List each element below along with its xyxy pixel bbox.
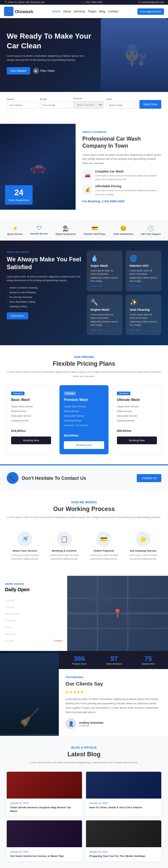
interiors-link[interactable]: Read More <box>130 285 157 287</box>
date-label: Date <box>106 98 137 101</box>
blog-grid: January 15, 2024 Clean Streak Ventures A… <box>7 772 161 862</box>
service-label: Service <box>73 97 104 100</box>
engine-link[interactable]: Read More <box>91 329 118 331</box>
support-icon: 🕐 <box>141 225 161 231</box>
blog-body-1: January 15, 2024 Clean Streak Ventures A… <box>7 799 82 816</box>
blog-img-2 <box>86 772 161 799</box>
hero-desc: Lorem ipsum sit amet consectetur adipisc… <box>7 54 92 62</box>
basic-badge: Standard <box>11 392 25 395</box>
stat-projects-label: Projects Done <box>72 663 87 665</box>
nav-about[interactable]: About <box>63 10 71 13</box>
name-input[interactable] <box>7 102 37 109</box>
hours-monday: Monday 08:00 - 20:00 <box>5 597 62 604</box>
basic-booking-button[interactable]: Booking Now <box>11 436 51 444</box>
interiors-title: Interiors VAC <box>130 264 157 268</box>
testimonial-right: 386 Projects Done 97 Team Members 75 Awa… <box>59 651 168 736</box>
map-visual: 📍 <box>67 576 168 651</box>
contact-phone-icon: 📞 <box>7 472 19 484</box>
ultimate-services: Carpet Short Service Wheel Service Extra… <box>117 404 157 423</box>
ultimate-name: Ultimate Wash <box>117 398 157 402</box>
blog-post-1[interactable]: January 15, 2024 Clean Streak Ventures A… <box>7 772 82 816</box>
expert-icon: 👨‍🔧 <box>55 225 76 231</box>
offer-services: 💧 Super Wash Lorem ipsum dolor sit amet … <box>87 251 162 335</box>
step-amazing-desc: Lorem ipsum dolor sit amet consectetur a… <box>128 554 159 561</box>
premium-booking-button[interactable]: Booking Now <box>64 441 104 449</box>
years-badge: 24 Years Experience <box>5 185 33 205</box>
author-avatar: 👤 <box>65 718 76 729</box>
blog-img-1 <box>7 772 82 799</box>
hero-buttons: Get Started ▶ Play Video <box>7 67 92 74</box>
date-input[interactable] <box>106 102 137 109</box>
about-image: 🚗 24 Years Experience <box>0 124 76 210</box>
feature-support: 🕐 24/7 Fast Support <box>141 225 161 235</box>
feature-quick-label: Quick Service <box>7 233 23 235</box>
premium-svc-5: Insurance / CC Service <box>64 423 104 428</box>
nav-blog[interactable]: Blog <box>99 10 105 13</box>
booking-icon: 📋 <box>57 531 72 547</box>
service-field: Service Select Service <box>73 97 104 109</box>
hero-content: We Ready To Make Your Car Clean Lorem ip… <box>7 32 92 74</box>
service-content-pricing: Affordable Pricing Lorem ipsum dolor sit… <box>95 185 161 196</box>
ultimate-booking-button[interactable]: Booking Now <box>117 436 157 444</box>
super-wash-title: Super Wash <box>91 264 118 268</box>
premium-svc-2: Wheel Service <box>64 409 104 414</box>
service-desc-1: Lorem ipsum dolor sit amet consectetur a… <box>95 174 161 181</box>
blog-post-2[interactable]: January 18, 2024 How To Clean, Detail & … <box>86 772 161 816</box>
tariff-icon: 💳 <box>84 225 106 231</box>
hours-table: Monday 08:00 - 20:00 Tuesday 08:00 - 20:… <box>5 597 62 644</box>
step-payment-title: Online Payment <box>88 549 119 552</box>
blog-post-3[interactable]: January 20, 2024 Get Some Useful Car Ser… <box>7 820 82 861</box>
hero-silhouette: 👨‍🔧 <box>101 18 168 92</box>
testimonial-content: Testimonial Our Clients Say ★★★★★ Lorem … <box>59 669 168 736</box>
play-video-button[interactable]: ▶ Play Video <box>33 68 55 74</box>
step-booking-title: Booking & Confirm <box>49 549 80 552</box>
super-wash-icon: 💧 <box>91 255 118 262</box>
blog-section: Blog & Article Latest Blog Lorem ipsum d… <box>0 736 168 868</box>
blog-tag: Blog & Article <box>7 746 161 749</box>
nav-contact[interactable]: Contact <box>108 10 118 13</box>
seat-desc: Lorem ipsum dolor sit amet consectetur a… <box>130 313 157 327</box>
logo-icon: 🚗 <box>4 7 13 16</box>
blog-post-4[interactable]: January 22, 2024 Preparing Your Car For … <box>86 820 161 861</box>
contact-cta-heading: Don't Hesitate To Contact Us <box>22 475 86 481</box>
svg-rect-5 <box>87 591 113 606</box>
testimonial-author: 👤 Andrey Grenman Customer <box>65 718 161 729</box>
super-wash-link[interactable]: Read More <box>91 285 118 287</box>
pricing-card-premium: Popular Premium Wash Carpet Short Servic… <box>59 385 108 454</box>
premium-name: Premium Wash <box>64 398 104 402</box>
service-title-2: Affordable Pricing <box>95 185 161 188</box>
appointment-button[interactable]: Free Appointment <box>137 8 164 15</box>
service-select[interactable]: Select Service <box>73 101 104 109</box>
hero-image: 👨‍🔧 <box>101 18 168 92</box>
testimonial-tag: Testimonial <box>65 676 161 679</box>
worker-visual: 🧹 <box>0 653 59 734</box>
super-wash-desc: Lorem ipsum dolor sit amet consectetur a… <box>91 269 118 283</box>
stat-awards-num: 75 <box>142 655 155 663</box>
blog-date-1: January 15, 2024 <box>10 802 79 804</box>
ultimate-svc-4: Cleaning Service <box>117 418 157 423</box>
step-payment-desc: Lorem ipsum dolor sit amet consectetur a… <box>88 554 119 561</box>
offer-desc: Lorem ipsum dolor sit amet consectetur a… <box>7 275 82 282</box>
contact-us-button[interactable]: Contact Us <box>137 474 161 482</box>
blog-header: Blog & Article Latest Blog Lorem ipsum d… <box>7 746 161 765</box>
seat-link[interactable]: Read More <box>130 329 157 331</box>
play-icon: ▶ <box>33 68 39 74</box>
blog-title-2: How To Clean, Detail & Your Car's Interi… <box>89 806 158 809</box>
play-label: Play Video <box>40 69 55 72</box>
email-input[interactable] <box>40 102 71 109</box>
topbar: 📍 Clean St, Street, 345, Business Ave 📞 … <box>0 0 168 5</box>
email-field: Email <box>40 98 71 109</box>
nav-home[interactable]: Home <box>52 10 60 13</box>
logo[interactable]: 🚗 Otowash <box>4 7 33 16</box>
blog-date-3: January 20, 2024 <box>10 850 79 853</box>
testimonial-stars: ★★★★★ <box>65 690 161 694</box>
book-now-button[interactable]: Book Now <box>139 100 161 109</box>
nav-pages[interactable]: Pages <box>88 10 97 13</box>
nav-services[interactable]: Services <box>74 10 85 13</box>
hero-heading: We Ready To Make Your Car Clean <box>7 32 92 51</box>
read-more-button[interactable]: Read More <box>7 312 28 319</box>
process-steps: 🚿 Select Your Service Lorem ipsum dolor … <box>7 526 161 566</box>
get-started-button[interactable]: Get Started <box>7 67 30 74</box>
name-label: Name <box>7 98 37 101</box>
premium-svc-3: Extra-wash Service <box>64 414 104 418</box>
